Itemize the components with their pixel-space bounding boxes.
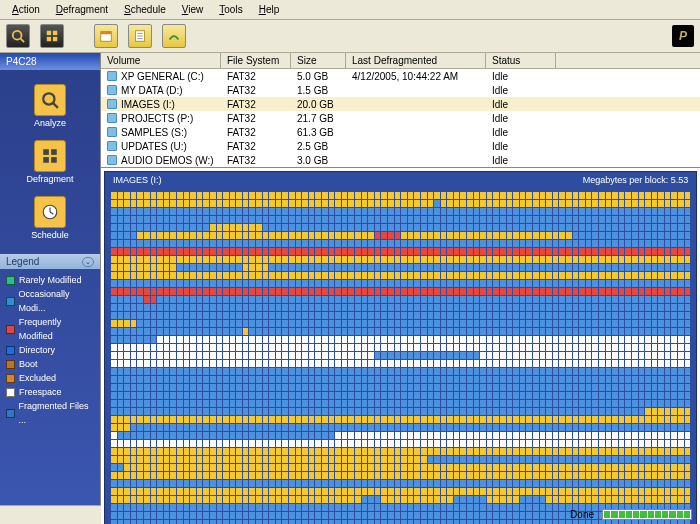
volume-fs: FAT32 [221,141,291,152]
disk-icon [107,155,117,165]
volume-size: 20.0 GB [291,99,346,110]
disk-icon [107,71,117,81]
col-size[interactable]: Size [291,53,346,68]
volume-list: Volume File System Size Last Defragmente… [101,53,700,168]
disk-icon [107,141,117,151]
chevron-down-icon: ⌄ [82,257,94,267]
volume-row[interactable]: SAMPLES (S:)FAT3261.3 GBIdle [101,125,700,139]
sidebar-analyze-button[interactable]: Analyze [4,78,96,134]
sidebar-btn-label: Defragment [26,174,73,184]
volume-row[interactable]: IMAGES (I:)FAT3220.0 GBIdle [101,97,700,111]
col-fs[interactable]: File System [221,53,291,68]
legend-swatch [6,374,15,383]
settings-toolbar-button[interactable] [162,24,186,48]
svg-rect-7 [101,32,112,35]
analyze-icon [34,84,66,116]
volume-row[interactable]: XP GENERAL (C:)FAT325.0 GB4/12/2005, 10:… [101,69,700,83]
legend-item[interactable]: Directory [6,343,94,357]
volume-last: 4/12/2005, 10:44:22 AM [346,71,486,82]
legend-label: Occasionally Modi... [19,287,94,315]
col-status[interactable]: Status [486,53,556,68]
col-last[interactable]: Last Defragmented [346,53,486,68]
volume-status: Idle [486,127,556,138]
menu-defragment[interactable]: Defragment [48,2,116,17]
log-toolbar-button[interactable] [128,24,152,48]
volume-size: 21.7 GB [291,113,346,124]
sidebar-defrag-button[interactable]: Defragment [4,134,96,190]
legend-swatch [6,388,15,397]
svg-line-13 [53,103,58,108]
legend-item[interactable]: Excluded [6,371,94,385]
legend-label: Directory [19,343,55,357]
volume-name: MY DATA (D:) [121,85,183,96]
legend-swatch [6,325,15,334]
map-info: Megabytes per block: 5.53 [583,175,689,185]
legend-item[interactable]: Freespace [6,385,94,399]
volume-status: Idle [486,99,556,110]
volume-name: PROJECTS (P:) [121,113,193,124]
sidebar-title: P4C28 [0,53,100,70]
menu-tools[interactable]: Tools [211,2,250,17]
status-label: Done [570,509,594,520]
legend-label: Freespace [19,385,62,399]
volume-fs: FAT32 [221,99,291,110]
legend-item[interactable]: Occasionally Modi... [6,287,94,315]
menubar: AActionction Defragment Schedule View To… [0,0,700,20]
svg-point-12 [43,93,54,104]
sidebar-btn-label: Schedule [31,230,69,240]
volume-fs: FAT32 [221,85,291,96]
sidebar-schedule-button[interactable]: Schedule [4,190,96,246]
legend-swatch [6,360,15,369]
menu-action[interactable]: AActionction [4,2,48,17]
defrag-icon [34,140,66,172]
svg-rect-4 [47,37,51,41]
legend-label: Fragmented Files ... [19,399,94,427]
volume-row[interactable]: AUDIO DEMOS (W:)FAT323.0 GBIdle [101,153,700,167]
legend-swatch [6,409,15,418]
legend-label: Excluded [19,371,56,385]
disk-icon [107,99,117,109]
legend-header[interactable]: Legend ⌄ [0,254,100,269]
schedule-icon [34,196,66,228]
legend-swatch [6,276,15,285]
volume-fs: FAT32 [221,71,291,82]
volume-row[interactable]: PROJECTS (P:)FAT3221.7 GBIdle [101,111,700,125]
volume-name: IMAGES (I:) [121,99,175,110]
svg-rect-17 [51,157,57,163]
toolbar: P [0,20,700,53]
volume-name: XP GENERAL (C:) [121,71,204,82]
sidebar: P4C28 AnalyzeDefragmentSchedule Legend ⌄… [0,53,100,505]
volume-size: 2.5 GB [291,141,346,152]
volume-status: Idle [486,85,556,96]
legend-label: Boot [19,357,38,371]
analyze-toolbar-button[interactable] [6,24,30,48]
defragment-toolbar-button[interactable] [40,24,64,48]
volume-fs: FAT32 [221,155,291,166]
legend-item[interactable]: Rarely Modified [6,273,94,287]
block-grid [105,188,696,524]
svg-rect-5 [53,37,57,41]
volume-row[interactable]: MY DATA (D:)FAT321.5 GBIdle [101,83,700,97]
menu-help[interactable]: Help [251,2,288,17]
volume-status: Idle [486,113,556,124]
legend-item[interactable]: Boot [6,357,94,371]
sidebar-btn-label: Analyze [34,118,66,128]
legend-title-text: Legend [6,256,39,267]
legend-swatch [6,297,15,306]
col-volume[interactable]: Volume [101,53,221,68]
volume-name: AUDIO DEMOS (W:) [121,155,214,166]
menu-view[interactable]: View [174,2,212,17]
app-logo-icon: P [672,25,694,47]
volume-size: 3.0 GB [291,155,346,166]
volume-row[interactable]: UPDATES (U:)FAT322.5 GBIdle [101,139,700,153]
legend-item[interactable]: Fragmented Files ... [6,399,94,427]
svg-rect-15 [51,149,57,155]
disk-icon [107,85,117,95]
volume-header-row: Volume File System Size Last Defragmente… [101,53,700,69]
volume-size: 5.0 GB [291,71,346,82]
volume-status: Idle [486,155,556,166]
svg-rect-16 [43,157,49,163]
schedule-toolbar-button[interactable] [94,24,118,48]
menu-schedule[interactable]: Schedule [116,2,174,17]
legend-item[interactable]: Frequently Modified [6,315,94,343]
